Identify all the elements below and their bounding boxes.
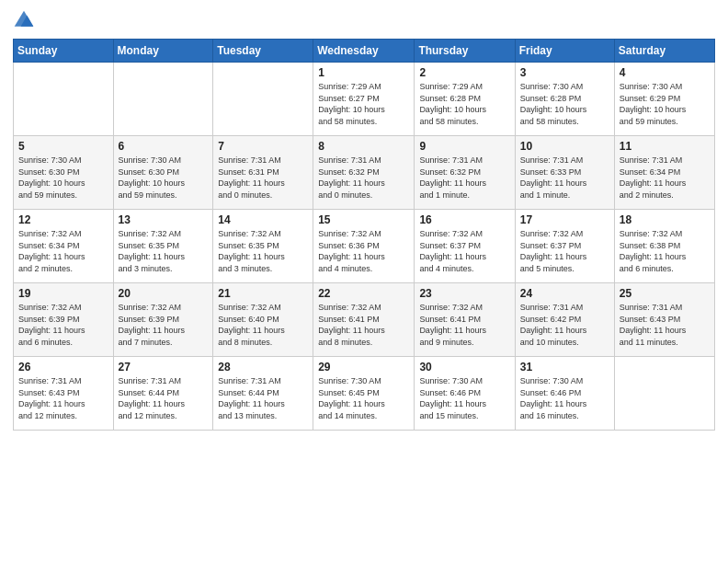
day-info: Sunrise: 7:30 AM Sunset: 6:28 PM Dayligh… — [520, 81, 609, 127]
day-info: Sunrise: 7:32 AM Sunset: 6:35 PM Dayligh… — [119, 228, 209, 274]
day-info: Sunrise: 7:29 AM Sunset: 6:27 PM Dayligh… — [318, 81, 409, 127]
page: SundayMondayTuesdayWednesdayThursdayFrid… — [0, 0, 728, 563]
calendar-cell: 17Sunrise: 7:32 AM Sunset: 6:37 PM Dayli… — [515, 210, 614, 283]
day-number: 18 — [620, 213, 710, 226]
day-number: 14 — [218, 213, 308, 226]
calendar-week-row: 1Sunrise: 7:29 AM Sunset: 6:27 PM Daylig… — [14, 63, 715, 136]
calendar-cell: 23Sunrise: 7:32 AM Sunset: 6:41 PM Dayli… — [415, 283, 515, 357]
calendar-cell: 3Sunrise: 7:30 AM Sunset: 6:28 PM Daylig… — [515, 63, 614, 136]
day-info: Sunrise: 7:30 AM Sunset: 6:46 PM Dayligh… — [520, 375, 609, 421]
calendar-cell: 30Sunrise: 7:30 AM Sunset: 6:46 PM Dayli… — [415, 357, 515, 431]
weekday-header: Friday — [515, 40, 614, 63]
calendar-week-row: 26Sunrise: 7:31 AM Sunset: 6:43 PM Dayli… — [14, 357, 715, 431]
calendar-cell: 14Sunrise: 7:32 AM Sunset: 6:35 PM Dayli… — [213, 210, 313, 283]
day-info: Sunrise: 7:31 AM Sunset: 6:32 PM Dayligh… — [419, 155, 509, 201]
day-info: Sunrise: 7:31 AM Sunset: 6:43 PM Dayligh… — [18, 375, 108, 421]
day-number: 6 — [119, 140, 209, 153]
calendar-cell — [614, 357, 714, 431]
day-number: 26 — [18, 361, 108, 373]
day-info: Sunrise: 7:31 AM Sunset: 6:43 PM Dayligh… — [620, 302, 710, 348]
day-number: 11 — [620, 140, 710, 153]
day-info: Sunrise: 7:30 AM Sunset: 6:45 PM Dayligh… — [318, 375, 409, 421]
day-number: 5 — [18, 140, 108, 153]
weekday-header: Wednesday — [313, 40, 415, 63]
calendar-cell: 18Sunrise: 7:32 AM Sunset: 6:38 PM Dayli… — [614, 210, 714, 283]
logo — [13, 9, 39, 31]
calendar-cell: 28Sunrise: 7:31 AM Sunset: 6:44 PM Dayli… — [213, 357, 313, 431]
weekday-header: Saturday — [614, 40, 714, 63]
day-info: Sunrise: 7:32 AM Sunset: 6:39 PM Dayligh… — [18, 302, 108, 348]
calendar-table: SundayMondayTuesdayWednesdayThursdayFrid… — [13, 39, 715, 431]
calendar-cell — [14, 63, 114, 136]
day-number: 7 — [218, 140, 308, 153]
calendar-cell: 22Sunrise: 7:32 AM Sunset: 6:41 PM Dayli… — [313, 283, 415, 357]
weekday-header: Monday — [113, 40, 213, 63]
day-info: Sunrise: 7:32 AM Sunset: 6:35 PM Dayligh… — [218, 228, 308, 274]
day-info: Sunrise: 7:31 AM Sunset: 6:42 PM Dayligh… — [520, 302, 609, 348]
calendar-cell: 24Sunrise: 7:31 AM Sunset: 6:42 PM Dayli… — [515, 283, 614, 357]
calendar-cell: 8Sunrise: 7:31 AM Sunset: 6:32 PM Daylig… — [313, 136, 415, 210]
day-info: Sunrise: 7:32 AM Sunset: 6:37 PM Dayligh… — [520, 228, 609, 274]
day-number: 12 — [18, 213, 108, 226]
day-number: 21 — [218, 287, 308, 300]
calendar-cell: 31Sunrise: 7:30 AM Sunset: 6:46 PM Dayli… — [515, 357, 614, 431]
day-number: 20 — [119, 287, 209, 300]
calendar-header-row: SundayMondayTuesdayWednesdayThursdayFrid… — [14, 40, 715, 63]
calendar-cell: 15Sunrise: 7:32 AM Sunset: 6:36 PM Dayli… — [313, 210, 415, 283]
calendar-cell: 4Sunrise: 7:30 AM Sunset: 6:29 PM Daylig… — [614, 63, 714, 136]
calendar-week-row: 5Sunrise: 7:30 AM Sunset: 6:30 PM Daylig… — [14, 136, 715, 210]
day-number: 30 — [419, 361, 509, 373]
day-info: Sunrise: 7:31 AM Sunset: 6:31 PM Dayligh… — [218, 155, 308, 201]
day-info: Sunrise: 7:32 AM Sunset: 6:38 PM Dayligh… — [620, 228, 710, 274]
day-number: 13 — [119, 213, 209, 226]
day-number: 19 — [18, 287, 108, 300]
day-info: Sunrise: 7:32 AM Sunset: 6:39 PM Dayligh… — [119, 302, 209, 348]
day-info: Sunrise: 7:31 AM Sunset: 6:44 PM Dayligh… — [119, 375, 209, 421]
calendar-week-row: 19Sunrise: 7:32 AM Sunset: 6:39 PM Dayli… — [14, 283, 715, 357]
day-number: 17 — [520, 213, 609, 226]
day-info: Sunrise: 7:32 AM Sunset: 6:41 PM Dayligh… — [419, 302, 509, 348]
calendar-cell: 9Sunrise: 7:31 AM Sunset: 6:32 PM Daylig… — [415, 136, 515, 210]
day-info: Sunrise: 7:32 AM Sunset: 6:34 PM Dayligh… — [18, 228, 108, 274]
day-number: 31 — [520, 361, 609, 373]
calendar-week-row: 12Sunrise: 7:32 AM Sunset: 6:34 PM Dayli… — [14, 210, 715, 283]
day-info: Sunrise: 7:29 AM Sunset: 6:28 PM Dayligh… — [419, 81, 509, 127]
calendar-cell: 6Sunrise: 7:30 AM Sunset: 6:30 PM Daylig… — [113, 136, 213, 210]
day-info: Sunrise: 7:32 AM Sunset: 6:41 PM Dayligh… — [318, 302, 409, 348]
calendar-cell: 27Sunrise: 7:31 AM Sunset: 6:44 PM Dayli… — [113, 357, 213, 431]
calendar-cell: 12Sunrise: 7:32 AM Sunset: 6:34 PM Dayli… — [14, 210, 114, 283]
calendar-cell: 26Sunrise: 7:31 AM Sunset: 6:43 PM Dayli… — [14, 357, 114, 431]
weekday-header: Thursday — [415, 40, 515, 63]
day-number: 4 — [620, 66, 710, 79]
day-number: 15 — [318, 213, 409, 226]
day-info: Sunrise: 7:31 AM Sunset: 6:44 PM Dayligh… — [218, 375, 308, 421]
header — [13, 9, 715, 31]
day-info: Sunrise: 7:30 AM Sunset: 6:29 PM Dayligh… — [620, 81, 710, 127]
day-number: 2 — [419, 66, 509, 79]
day-info: Sunrise: 7:30 AM Sunset: 6:46 PM Dayligh… — [419, 375, 509, 421]
calendar-cell: 21Sunrise: 7:32 AM Sunset: 6:40 PM Dayli… — [213, 283, 313, 357]
day-info: Sunrise: 7:31 AM Sunset: 6:33 PM Dayligh… — [520, 155, 609, 201]
calendar-cell: 5Sunrise: 7:30 AM Sunset: 6:30 PM Daylig… — [14, 136, 114, 210]
calendar-cell: 13Sunrise: 7:32 AM Sunset: 6:35 PM Dayli… — [113, 210, 213, 283]
day-number: 27 — [119, 361, 209, 373]
day-number: 25 — [620, 287, 710, 300]
day-number: 3 — [520, 66, 609, 79]
day-number: 28 — [218, 361, 308, 373]
day-info: Sunrise: 7:30 AM Sunset: 6:30 PM Dayligh… — [119, 155, 209, 201]
calendar-cell: 20Sunrise: 7:32 AM Sunset: 6:39 PM Dayli… — [113, 283, 213, 357]
calendar-cell: 10Sunrise: 7:31 AM Sunset: 6:33 PM Dayli… — [515, 136, 614, 210]
calendar-cell: 16Sunrise: 7:32 AM Sunset: 6:37 PM Dayli… — [415, 210, 515, 283]
day-info: Sunrise: 7:32 AM Sunset: 6:40 PM Dayligh… — [218, 302, 308, 348]
day-number: 24 — [520, 287, 609, 300]
day-number: 29 — [318, 361, 409, 373]
calendar-cell: 11Sunrise: 7:31 AM Sunset: 6:34 PM Dayli… — [614, 136, 714, 210]
day-info: Sunrise: 7:31 AM Sunset: 6:34 PM Dayligh… — [620, 155, 710, 201]
calendar-cell: 7Sunrise: 7:31 AM Sunset: 6:31 PM Daylig… — [213, 136, 313, 210]
weekday-header: Sunday — [14, 40, 114, 63]
day-info: Sunrise: 7:32 AM Sunset: 6:37 PM Dayligh… — [419, 228, 509, 274]
calendar-cell: 1Sunrise: 7:29 AM Sunset: 6:27 PM Daylig… — [313, 63, 415, 136]
calendar-cell — [213, 63, 313, 136]
day-info: Sunrise: 7:31 AM Sunset: 6:32 PM Dayligh… — [318, 155, 409, 201]
day-number: 8 — [318, 140, 409, 153]
